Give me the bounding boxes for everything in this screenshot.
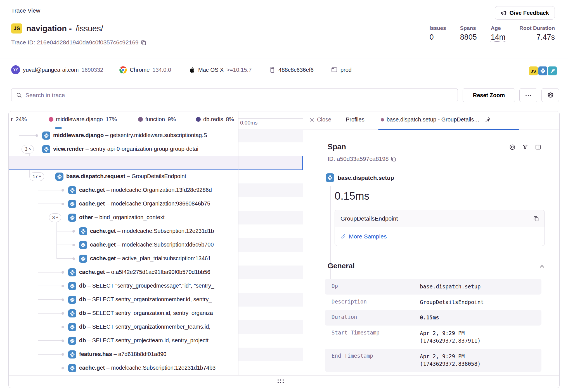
chevron-up-icon[interactable] (539, 263, 545, 270)
span-sample-card: GroupDetailsEndpoint (335, 210, 545, 246)
span-tree-row[interactable]: 3^view.render – sentry-api-0-organizatio… (9, 142, 237, 156)
dash-separator: – (86, 296, 92, 302)
browser-group: Chrome 134.0.0 (119, 66, 171, 74)
copy-icon[interactable] (533, 216, 539, 221)
span-tree-row[interactable]: cache.get – modelcache:Organization:13fd… (9, 183, 237, 197)
tree-connector-dot (61, 312, 64, 315)
funnel-icon[interactable] (522, 144, 529, 150)
tab-profiles[interactable]: Profiles (346, 116, 365, 123)
more-options-button[interactable] (519, 88, 537, 102)
tree-connector-line (38, 313, 63, 314)
dash-separator: – (105, 269, 111, 275)
span-tree-row[interactable]: db – SELECT sentry_organization.id, sent… (9, 307, 237, 320)
dash-separator: – (86, 337, 92, 343)
span-row-label: db – SELECT sentry_projectteam.id, sentr… (79, 337, 209, 344)
give-feedback-button[interactable]: Give Feedback (495, 6, 555, 20)
span-row-label: cache.get – modelcache:Organization:9366… (79, 200, 210, 207)
tree-connector-dot (61, 285, 64, 287)
span-description: a7d618b8df01a890 (118, 351, 166, 357)
span-tree-row[interactable]: cache.get – modelcache:Subscription:12e2… (9, 361, 237, 375)
general-value-line: base.dispatch.setup (420, 283, 481, 291)
tree-connector-dot (36, 134, 38, 137)
span-tree-row[interactable]: 3^other – bind_organization_context (9, 211, 237, 224)
dash-separator: – (86, 310, 92, 316)
target-icon[interactable] (509, 144, 516, 150)
side-panel-icon[interactable] (535, 144, 541, 150)
python-platform-icon (538, 66, 547, 75)
span-tree-row[interactable]: cache.get – modelcache:Organization:9366… (9, 197, 237, 211)
sample-endpoint: GroupDetailsEndpoint (340, 215, 398, 222)
tree-connector-line (38, 286, 63, 286)
tree-guide-line (56, 222, 57, 259)
javascript-platform-icon: JS (529, 66, 538, 75)
clipped-row-fragment (55, 127, 62, 129)
os-version: >=10.15.7 (226, 67, 252, 73)
trace-meta-row: YY yuval@pangea-ai.com 1690332 Chrome 13… (11, 59, 352, 81)
tab-span-details[interactable]: base.dispatch.setup - GroupDetails… (381, 116, 491, 123)
gear-icon (547, 92, 554, 99)
expand-chip[interactable]: 17^ (29, 172, 44, 181)
tree-connector-dot (61, 203, 64, 205)
search-input[interactable] (25, 92, 453, 99)
span-tree-row[interactable]: db – SELECT "sentry_groupedmessage"."id"… (9, 279, 237, 293)
span-tree-row[interactable]: db – SELECT sentry_organizationmember.id… (9, 293, 237, 307)
panel-scrollbar[interactable] (559, 131, 559, 371)
span-op-dot (381, 118, 384, 121)
python-icon (68, 296, 76, 304)
span-op-name: base.dispatch.setup (338, 175, 394, 181)
python-icon (68, 186, 76, 194)
span-row-label: middleware.django – getsentry.middleware… (53, 132, 207, 138)
span-description: GroupDetailsEndpoint (131, 173, 186, 179)
os-name: Mac OS X (198, 67, 224, 73)
python-icon (42, 132, 50, 140)
span-description: SELECT sentry_organization.id, sentry_or… (92, 310, 213, 316)
span-tree-row[interactable]: features.has – a7d618b8df01a890 (9, 348, 237, 361)
close-panel-button[interactable]: Close (309, 116, 331, 123)
expand-chip[interactable]: 3^ (22, 145, 34, 154)
span-tree-row[interactable]: 17^base.dispatch.request – GroupDetailsE… (9, 170, 237, 183)
span-row-label: db – SELECT sentry_organizationmember.id… (79, 296, 212, 303)
dash-separator: – (105, 187, 111, 193)
trace-view-page: Trace View Give Feedback JS navigation -… (0, 0, 568, 392)
span-tree-row[interactable]: cache.get – o:a5f42e275d1ac91fba90f0b570… (9, 266, 237, 279)
span-row-label: view.render – sentry-api-0-organization-… (53, 146, 198, 152)
more-samples-link[interactable]: More Samples (340, 233, 387, 240)
copy-icon[interactable] (391, 156, 396, 162)
waterfall-row-stripe (238, 293, 303, 307)
expand-chip[interactable]: 3^ (49, 213, 61, 222)
reset-zoom-button[interactable]: Reset Zoom (463, 88, 515, 102)
span-op: other (79, 214, 93, 220)
avatar: YY (11, 65, 20, 74)
selected-row-highlight (9, 156, 303, 170)
device-icon (269, 66, 276, 73)
copy-icon[interactable] (141, 40, 146, 45)
span-tree-row[interactable]: cache.get – active_plan_trial:subscripti… (9, 252, 237, 266)
window-icon (331, 66, 338, 73)
span-tree-row[interactable]: db – SELECT sentry_organizationmember_te… (9, 320, 237, 334)
span-op: db (79, 324, 86, 330)
span-description: SELECT sentry_organizationmember.id, sen… (92, 296, 212, 302)
span-tree-row[interactable]: cache.get – modelcache:Subscription:dd5c… (9, 238, 237, 252)
detail-tabs: Close Profiles base.dispatch.setup - Gro… (303, 111, 560, 130)
general-value-line: (1743629372.838058) (420, 360, 481, 368)
pin-icon[interactable] (485, 117, 491, 123)
trace-title: JS navigation - /issues/ (11, 23, 103, 34)
waterfall-row-stripe (238, 211, 303, 224)
general-value-line: GroupDetailsEndpoint (420, 298, 484, 306)
span-tree-row[interactable]: cache.get – modelcache:Subscription:12e2… (9, 224, 237, 238)
resize-drag-handle[interactable] (278, 379, 284, 383)
general-value-line: (1743629372.837911) (420, 337, 481, 345)
span-op: middleware.django (53, 132, 104, 138)
general-table: Opbase.dispatch.setupDescriptionGroupDet… (325, 279, 541, 372)
os-group: Mac OS X >=10.15.7 (189, 67, 252, 73)
device-id: 488c8c636ef6 (278, 67, 314, 73)
browser-version: 134.0.0 (152, 67, 171, 73)
tree-connector-dot (61, 367, 64, 369)
settings-gear-button[interactable] (541, 88, 559, 102)
section-divider (321, 253, 560, 253)
stat-issues: Issues 0 (430, 25, 446, 42)
span-tree-row[interactable]: db – SELECT sentry_projectteam.id, sentr… (9, 334, 237, 348)
span-row-label: other – bind_organization_context (79, 214, 165, 221)
span-tree-row[interactable]: middleware.django – getsentry.middleware… (9, 129, 237, 142)
dash-separator: – (86, 283, 92, 289)
